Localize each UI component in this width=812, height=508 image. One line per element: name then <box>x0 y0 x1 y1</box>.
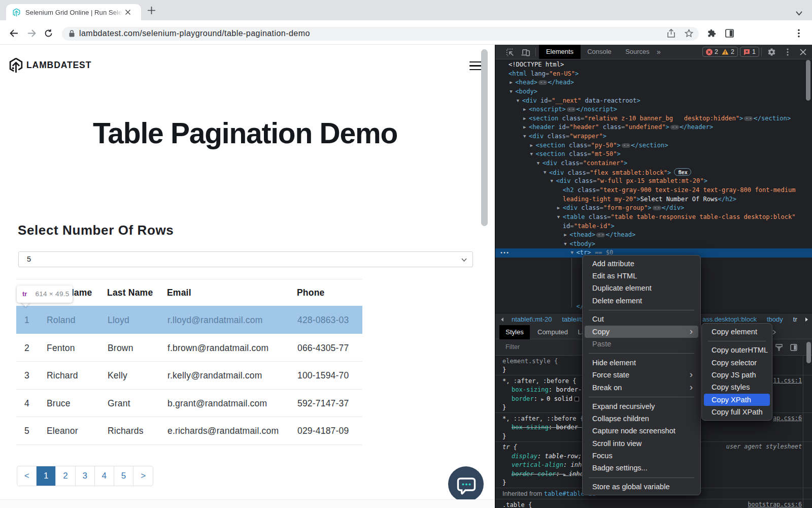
devtools-tab-sources[interactable]: Sources <box>618 45 657 59</box>
reload-icon[interactable] <box>44 29 53 38</box>
menu-item-copy-selector[interactable]: Copy selector <box>704 357 770 369</box>
dom-node[interactable]: ▶<section class="relative z-10 banner_bg… <box>495 114 812 123</box>
errors-warnings-badge[interactable]: 2 2 <box>702 47 738 57</box>
menu-item-copy-outerhtml[interactable]: Copy outerHTML <box>704 344 770 356</box>
menu-item-store-as-global-variable[interactable]: Store as global variable <box>585 481 698 493</box>
pagination-page-2[interactable]: 2 <box>56 466 75 486</box>
pagination-page-5[interactable]: 5 <box>114 466 133 486</box>
sidebar-tab-computed[interactable]: Computed <box>531 325 574 339</box>
styles-filter-input[interactable]: Filter <box>505 343 520 351</box>
menu-item-delete-element[interactable]: Delete element <box>585 295 698 307</box>
menu-item-copy-xpath[interactable]: Copy XPath <box>704 394 770 406</box>
devtools-tab-console[interactable]: Console <box>581 45 618 59</box>
collapsed-ellipsis-icon[interactable] <box>744 116 753 121</box>
element-state-brush-icon[interactable] <box>775 344 783 351</box>
menu-item-copy-js-path[interactable]: Copy JS path <box>704 369 770 381</box>
rows-select[interactable]: 5 <box>18 251 473 267</box>
menu-item-paste[interactable]: Paste <box>585 338 698 350</box>
pagination-prev[interactable]: < <box>17 466 37 486</box>
dom-node[interactable]: ▶<head></head> <box>495 78 812 87</box>
back-arrow-icon[interactable] <box>10 29 18 38</box>
bookmark-star-icon[interactable] <box>685 29 693 38</box>
menu-item-expand-recursively[interactable]: Expand recursively <box>585 400 698 412</box>
menu-item-scroll-into-view[interactable]: Scroll into view <box>585 437 698 450</box>
collapsed-ellipsis-icon[interactable] <box>670 125 679 130</box>
share-icon[interactable] <box>667 29 675 38</box>
collapsed-ellipsis-icon[interactable] <box>596 233 605 237</box>
menu-item-hide-element[interactable]: Hide element <box>585 357 698 369</box>
page-scrollbar-thumb[interactable] <box>481 49 488 226</box>
menu-item-cut[interactable]: Cut <box>585 313 698 325</box>
menu-item-copy[interactable]: Copy› <box>585 326 698 338</box>
hamburger-menu-icon[interactable] <box>469 61 482 71</box>
styles-scrollbar-thumb[interactable] <box>806 342 811 363</box>
dom-node[interactable]: id="table-id"> <box>495 222 812 231</box>
devtools-menu-dots-icon[interactable] <box>787 48 789 56</box>
collapsed-ellipsis-icon[interactable] <box>538 80 547 85</box>
forward-arrow-icon[interactable] <box>27 29 36 38</box>
extensions-puzzle-icon[interactable] <box>707 29 716 38</box>
computed-panel-icon[interactable] <box>790 344 797 351</box>
dom-node[interactable]: ▼<tbody> <box>495 240 812 249</box>
collapsed-ellipsis-icon[interactable] <box>567 107 576 112</box>
address-bar[interactable]: lambdatest.com/selenium-playground/table… <box>62 27 699 41</box>
menu-item-copy-full-xpath[interactable]: Copy full XPath <box>704 406 770 418</box>
dom-node[interactable]: ▼<div class="container"> <box>495 159 812 168</box>
dom-node[interactable]: ▶<noscript></noscript> <box>495 105 812 114</box>
lambdatest-logo[interactable]: LAMBDATEST <box>9 57 91 73</box>
collapsed-ellipsis-icon[interactable] <box>622 143 630 148</box>
browser-menu-dots-icon[interactable] <box>798 29 800 38</box>
pagination-page-3[interactable]: 3 <box>76 466 95 486</box>
menu-item-collapse-children[interactable]: Collapse children <box>585 412 698 425</box>
collapsed-ellipsis-icon[interactable] <box>653 206 661 210</box>
stylesheet-link[interactable]: bootstrap.css:6 <box>748 501 802 508</box>
dom-node[interactable]: ▶<section class="py-50"></section> <box>495 141 812 150</box>
more-tabs-chevron[interactable]: » <box>657 45 660 59</box>
dom-node[interactable]: ▼<body> <box>495 87 812 97</box>
flex-badge[interactable]: flex <box>674 168 691 176</box>
dom-node[interactable]: ▼<div class="w-full px-15 smtablet:mt-20… <box>495 177 812 186</box>
devtools-tab-elements[interactable]: Elements <box>539 45 581 59</box>
device-toolbar-icon[interactable] <box>521 48 530 56</box>
inspect-cursor-icon[interactable] <box>506 48 514 56</box>
stylesheet-link[interactable]: user agent stylesheet <box>726 443 802 450</box>
dom-node[interactable]: <html lang="en-US"> <box>495 70 812 79</box>
dom-scrollbar-thumb[interactable] <box>806 60 810 101</box>
dom-node[interactable]: ▼<div id="__next" data-reactroot> <box>495 97 812 106</box>
menu-item-add-attribute[interactable]: Add attribute <box>585 258 698 270</box>
dom-node[interactable]: ▼<div class="flex smtablet:block">flex <box>495 168 812 177</box>
menu-item-badge-settings-[interactable]: Badge settings... <box>585 462 698 474</box>
chat-widget-button[interactable] <box>448 466 484 502</box>
dom-node[interactable]: <!DOCTYPE html> <box>495 60 812 70</box>
dom-node[interactable]: ▼<table class="table table-responsive ta… <box>495 213 812 222</box>
dom-node[interactable]: ▼<section class="mt-50"> <box>495 150 812 159</box>
tab-close-icon[interactable] <box>124 8 132 16</box>
menu-item-force-state[interactable]: Force state› <box>585 369 698 381</box>
menu-item-capture-node-screenshot[interactable]: Capture node screenshot <box>585 425 698 437</box>
dom-node[interactable]: <h2 class="text-gray-900 text-size-24 te… <box>495 186 812 195</box>
menu-item-copy-styles[interactable]: Copy styles <box>704 381 770 393</box>
side-panel-icon[interactable] <box>725 29 734 38</box>
pagination-next[interactable]: > <box>133 466 153 486</box>
dom-node[interactable]: ▶<div class="form-group"></div> <box>495 204 812 213</box>
dom-node[interactable]: ▶<header id="header" class="undefined"><… <box>495 123 812 132</box>
tab-search-chevron-icon[interactable] <box>795 11 803 16</box>
dom-node[interactable]: leading-tight my-20">Select Number Of Ro… <box>495 195 812 204</box>
browser-tab[interactable]: Selenium Grid Online | Run Sele <box>6 4 141 20</box>
menu-item-copy-element[interactable]: Copy element <box>704 326 770 338</box>
breadcrumb-item[interactable]: ass.desktop\:block <box>702 315 757 323</box>
breadcrumb-item[interactable]: tr <box>793 315 797 323</box>
pagination-page-1[interactable]: 1 <box>37 466 56 486</box>
dom-node[interactable]: ▼<div class="wrapper"> <box>495 132 812 141</box>
dom-node[interactable]: ▶<thead></thead> <box>495 231 812 240</box>
menu-item-duplicate-element[interactable]: Duplicate element <box>585 282 698 294</box>
breadcrumb-item[interactable]: ntablet\:mt-20 <box>512 315 552 323</box>
breadcrumb-left-arrow[interactable] <box>500 317 504 322</box>
breadcrumb-item[interactable]: tbody <box>767 315 783 323</box>
menu-item-focus[interactable]: Focus <box>585 450 698 462</box>
devtools-close-icon[interactable] <box>800 49 806 55</box>
issues-badge[interactable]: 1 <box>740 47 759 57</box>
menu-item-break-on[interactable]: Break on› <box>585 382 698 394</box>
new-tab-button[interactable] <box>147 6 156 15</box>
pagination-page-4[interactable]: 4 <box>95 466 114 486</box>
